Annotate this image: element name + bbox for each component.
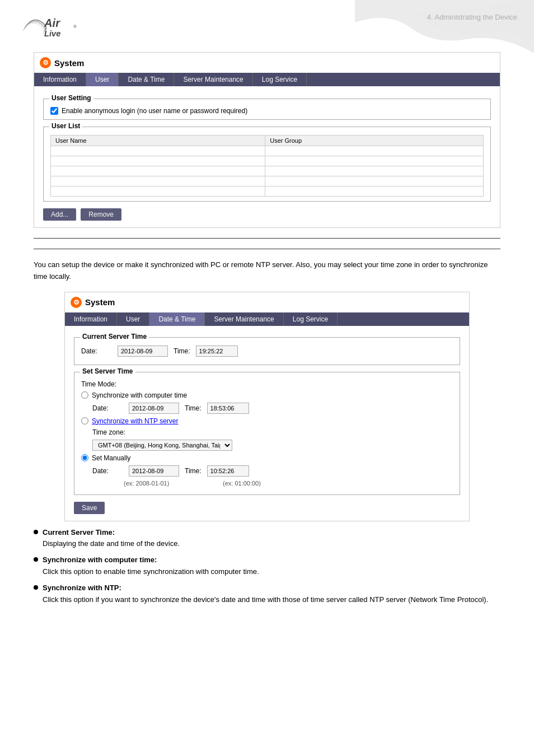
panel-content-1: User Setting Enable anonymous login (no … xyxy=(34,86,500,227)
tabs-bar-1: Information User Date & Time Server Main… xyxy=(34,73,500,86)
sync-ntp-row: Synchronize with NTP server xyxy=(81,417,453,425)
system-icon-2: ⚙ xyxy=(71,297,82,308)
current-date-input[interactable] xyxy=(118,346,168,357)
manual-time-input[interactable] xyxy=(207,465,249,477)
user-setting-section: User Setting Enable anonymous login (no … xyxy=(43,99,491,120)
sync-date-row: Date: Time: xyxy=(92,403,453,414)
tabs-bar-2: Information User Date & Time Server Main… xyxy=(65,312,469,326)
sync-computer-label: Synchronize with computer time xyxy=(92,391,187,399)
system-panel-1: ⚙ System Information User Date & Time Se… xyxy=(34,52,500,228)
set-manually-row: Set Manually xyxy=(81,454,453,462)
sync-date-label: Date: xyxy=(92,404,123,412)
bullet-dot xyxy=(34,557,38,562)
current-server-time-label: Current Server Time xyxy=(80,333,149,340)
timezone-row: Time zone: xyxy=(92,428,453,436)
bullet-item-sync-ntp: Synchronize with NTP: Click this option … xyxy=(34,582,500,606)
divider-1 xyxy=(34,238,500,239)
manual-time-example: (ex: 01:00:00) xyxy=(223,480,261,487)
timezone-select-row: GMT+08 (Beijing, Hong Kong, Shanghai, Ta… xyxy=(92,440,453,451)
tab-information-1[interactable]: Information xyxy=(34,73,86,86)
system-icon-1: ⚙ xyxy=(40,57,51,68)
tab-log-service-1[interactable]: Log Service xyxy=(253,73,307,86)
anonymous-login-label: Enable anonymous login (no user name or … xyxy=(62,107,247,115)
sync-computer-radio[interactable] xyxy=(81,391,88,399)
timezone-label: Time zone: xyxy=(92,428,125,436)
table-row xyxy=(51,166,484,176)
anonymous-login-row: Enable anonymous login (no user name or … xyxy=(50,107,484,115)
system-title-1: ⚙ System xyxy=(34,53,500,73)
bullet-list: Current Server Time: Displaying the date… xyxy=(34,527,500,606)
bullet-item-current-time: Current Server Time: Displaying the date… xyxy=(34,527,500,550)
table-row xyxy=(51,176,484,186)
anonymous-login-checkbox[interactable] xyxy=(50,107,58,115)
user-list-label: User List xyxy=(49,122,82,130)
user-list-table: User Name User Group xyxy=(50,135,484,197)
save-button[interactable]: Save xyxy=(74,502,105,514)
manual-date-example: (ex: 2008-01-01) xyxy=(124,480,180,487)
manual-date-label: Date: xyxy=(92,467,123,475)
airlive-logo: Air Live ® xyxy=(17,10,84,41)
user-buttons: Add... Remove xyxy=(43,208,491,221)
set-server-time-section: Set Server Time Time Mode: Synchronize w… xyxy=(74,372,460,495)
manual-example-row: (ex: 2008-01-01) (ex: 01:00:00) xyxy=(123,480,453,487)
svg-text:Air: Air xyxy=(44,17,60,29)
col-user-name: User Name xyxy=(51,136,265,146)
tab-log-service-2[interactable]: Log Service xyxy=(284,312,338,326)
col-user-group: User Group xyxy=(265,136,484,146)
bullet-content: Synchronize with NTP: Click this option … xyxy=(43,582,500,606)
current-date-row: Date: Time: xyxy=(81,346,453,357)
user-setting-label: User Setting xyxy=(49,94,93,102)
tab-server-maintenance-2[interactable]: Server Maintenance xyxy=(205,312,283,326)
tab-server-maintenance-1[interactable]: Server Maintenance xyxy=(174,73,252,86)
time-mode-label: Time Mode: xyxy=(81,380,116,388)
manual-date-input[interactable] xyxy=(129,465,179,477)
manual-time-label: Time: xyxy=(185,467,202,475)
bullet-content: Current Server Time: Displaying the date… xyxy=(43,527,500,550)
tab-user-2[interactable]: User xyxy=(117,312,149,326)
current-server-time-section: Current Server Time Date: Time: xyxy=(74,337,460,365)
panel-content-2: Current Server Time Date: Time: Set Serv… xyxy=(65,326,469,521)
user-list-section: User List User Name User Group xyxy=(43,127,491,202)
sync-ntp-radio[interactable] xyxy=(81,417,88,424)
bullet-content: Synchronize with computer time: Click th… xyxy=(43,554,500,578)
tab-datetime-1[interactable]: Date & Time xyxy=(119,73,174,86)
current-time-input[interactable] xyxy=(196,346,238,357)
add-button[interactable]: Add... xyxy=(43,208,76,221)
sync-date-input[interactable] xyxy=(129,403,179,414)
tab-user-1[interactable]: User xyxy=(86,73,119,86)
table-row xyxy=(51,146,484,156)
bullet-dot xyxy=(34,585,38,590)
divider-2 xyxy=(34,249,500,249)
table-row xyxy=(51,156,484,166)
header-decoration xyxy=(355,0,534,53)
timezone-select[interactable]: GMT+08 (Beijing, Hong Kong, Shanghai, Ta… xyxy=(92,440,232,451)
table-row xyxy=(51,186,484,197)
svg-text:Live: Live xyxy=(44,29,60,38)
bullet-item-sync-computer: Synchronize with computer time: Click th… xyxy=(34,554,500,578)
sync-ntp-label[interactable]: Synchronize with NTP server xyxy=(92,417,179,425)
system-title-2: ⚙ System xyxy=(65,292,469,312)
sync-time-label: Time: xyxy=(185,404,202,412)
sync-time-input[interactable] xyxy=(207,403,249,414)
sync-computer-row: Synchronize with computer time xyxy=(81,391,453,399)
description-paragraph: You can setup the device or make it sync… xyxy=(34,259,500,283)
system-panel-2: ⚙ System Information User Date & Time Se… xyxy=(64,292,470,521)
save-btn-row: Save xyxy=(74,502,460,514)
set-manually-label: Set Manually xyxy=(92,454,130,462)
bullet-dot xyxy=(34,530,38,534)
current-date-label: Date: xyxy=(81,347,112,355)
current-time-label: Time: xyxy=(174,347,190,355)
set-manually-radio[interactable] xyxy=(81,454,88,461)
tab-information-2[interactable]: Information xyxy=(65,312,117,326)
logo: Air Live ® xyxy=(17,10,84,41)
manual-date-row: Date: Time: xyxy=(92,465,453,477)
svg-text:®: ® xyxy=(73,24,77,29)
tab-datetime-2[interactable]: Date & Time xyxy=(149,312,205,326)
set-server-time-label: Set Server Time xyxy=(80,367,135,375)
remove-button[interactable]: Remove xyxy=(81,208,121,221)
time-mode-row: Time Mode: xyxy=(81,380,453,388)
